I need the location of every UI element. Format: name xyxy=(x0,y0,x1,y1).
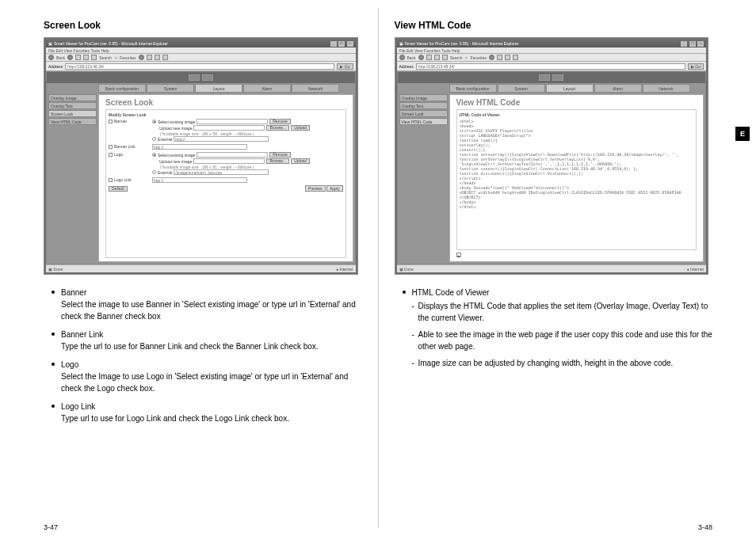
banner-external-input[interactable]: http:// xyxy=(174,136,269,142)
home-icon[interactable] xyxy=(91,55,97,60)
logo-checkbox[interactable] xyxy=(109,153,113,157)
address-input[interactable] xyxy=(65,63,334,70)
mail-icon[interactable] xyxy=(155,55,160,60)
logo-browse-button[interactable]: Browse... xyxy=(266,158,289,164)
tab-network[interactable]: Network xyxy=(643,84,690,93)
viewer-band xyxy=(398,72,706,83)
dash-item: Able to see the image in the web page if… xyxy=(412,329,713,352)
banner-checkbox[interactable] xyxy=(109,120,113,124)
close-icon[interactable]: × xyxy=(697,41,704,47)
minimize-icon[interactable]: _ xyxy=(330,41,337,47)
stop-icon[interactable] xyxy=(426,55,432,60)
tab-basic[interactable]: Basic configuration xyxy=(449,84,497,93)
forward-icon[interactable] xyxy=(418,55,424,60)
sidebar-item-overlay-text[interactable]: Overlay Text xyxy=(399,102,448,109)
window-titlebar: ▣ Smart Viewer for ProCam (ver. 0.95) - … xyxy=(397,40,707,48)
menu-bar[interactable]: File Edit View Favorites Tools Help xyxy=(46,48,356,54)
preview-button[interactable]: Preview xyxy=(305,185,326,192)
sidebar-item-view-html[interactable]: View HTML Code xyxy=(399,118,448,125)
logo-external-input[interactable]: /image/smartcam_logo.jpg xyxy=(174,169,269,175)
tab-system[interactable]: System xyxy=(147,84,194,93)
logo-upload-input[interactable] xyxy=(193,158,265,164)
panel-header: Modify Screen Look xyxy=(109,112,343,117)
window-buttons[interactable]: _ ☐ × xyxy=(330,40,353,47)
banner-radio-select[interactable] xyxy=(152,120,156,124)
tab-network[interactable]: Network xyxy=(292,84,339,93)
banner-upload-button[interactable]: Upload xyxy=(291,125,310,131)
banner-radio-external[interactable] xyxy=(152,137,156,141)
tab-alarm[interactable]: Alarm xyxy=(594,84,642,93)
stop-icon[interactable] xyxy=(75,55,81,60)
tab-system[interactable]: System xyxy=(498,84,545,93)
close-icon[interactable]: × xyxy=(347,41,353,47)
history-icon[interactable] xyxy=(497,55,502,60)
home-icon[interactable] xyxy=(442,55,448,60)
apply-button[interactable]: Apply xyxy=(326,185,343,192)
config-icon[interactable] xyxy=(552,74,563,81)
menu-bar[interactable]: File Edit View Favorites Tools Help xyxy=(397,48,707,54)
search-label[interactable]: Search xyxy=(99,55,112,60)
logo-upload-button[interactable]: Upload xyxy=(291,158,310,164)
back-icon[interactable] xyxy=(48,55,54,60)
default-button[interactable]: Default xyxy=(109,186,128,192)
logo-radio-external[interactable] xyxy=(152,170,156,174)
banner-browse-button[interactable]: Browse... xyxy=(266,125,289,131)
browser-toolbar[interactable]: Back Search ☆ Favorites xyxy=(397,54,707,62)
sidebar-item-view-html[interactable]: View HTML Code xyxy=(48,118,97,125)
side-menu: Overlay Image Overlay Text Screen Look V… xyxy=(398,93,449,264)
print-icon[interactable] xyxy=(513,55,518,60)
mail-icon[interactable] xyxy=(505,55,510,60)
back-label[interactable]: Back xyxy=(407,55,416,60)
refresh-icon[interactable] xyxy=(83,55,89,60)
tab-layout[interactable]: Layout xyxy=(195,84,242,93)
media-icon[interactable] xyxy=(139,55,144,60)
sidebar-item-screen-look[interactable]: Screen Look xyxy=(399,110,448,117)
maximize-icon[interactable]: ☐ xyxy=(338,41,345,47)
window-buttons[interactable]: _ ☐ × xyxy=(680,40,704,47)
sidebar-item-overlay-text[interactable]: Overlay Text xyxy=(48,102,97,109)
history-icon[interactable] xyxy=(147,55,152,60)
banner-select-input[interactable] xyxy=(197,119,268,124)
banner-remove-button[interactable]: Remove xyxy=(269,119,291,124)
maximize-icon[interactable]: ☐ xyxy=(689,41,696,47)
viewer-icon[interactable] xyxy=(539,74,550,81)
refresh-icon[interactable] xyxy=(434,55,440,60)
tab-alarm[interactable]: Alarm xyxy=(243,84,291,93)
banner-upload-input[interactable] xyxy=(193,125,265,131)
sidebar-item-screen-look[interactable]: Screen Look xyxy=(48,110,97,117)
go-button[interactable]: ▶ Go xyxy=(337,63,353,70)
scroll-left-icon[interactable]: ◂ xyxy=(456,253,461,257)
banner-link-input[interactable]: http:// xyxy=(152,144,247,150)
go-button[interactable]: ▶ Go xyxy=(688,63,704,70)
pane-title: View HTML Code xyxy=(456,98,697,107)
config-icon[interactable] xyxy=(202,74,213,81)
browser-toolbar[interactable]: Back Search ☆ Favorites xyxy=(46,54,356,62)
camera-icon: ▣ xyxy=(48,41,52,46)
media-icon[interactable] xyxy=(489,55,494,60)
logo-link-input[interactable]: http:// xyxy=(152,177,247,183)
minimize-icon[interactable]: _ xyxy=(681,41,687,47)
status-bar: ▣ Done ● Internet xyxy=(46,264,356,272)
tab-layout[interactable]: Layout xyxy=(546,84,594,93)
favorites-label[interactable]: Favorites xyxy=(120,55,136,60)
logo-remove-button[interactable]: Remove xyxy=(269,152,291,158)
back-icon[interactable] xyxy=(399,55,405,60)
print-icon[interactable] xyxy=(162,55,168,60)
html-code-textarea[interactable]: <html> <head> <title>SSC-SSVP3 Player</t… xyxy=(460,119,694,209)
sidebar-item-overlay-image[interactable]: Overlay Image xyxy=(48,94,97,101)
logo-select-input[interactable] xyxy=(197,152,268,158)
main-pane: Screen Look Modify Screen Look Banner Se… xyxy=(98,94,353,262)
logo-radio-select[interactable] xyxy=(152,153,156,157)
favorites-label[interactable]: Favorites xyxy=(470,55,487,60)
back-label[interactable]: Back xyxy=(56,55,65,60)
logo-link-checkbox[interactable] xyxy=(109,178,113,182)
address-input[interactable] xyxy=(416,63,685,70)
search-label[interactable]: Search xyxy=(450,55,463,60)
forward-icon[interactable] xyxy=(67,55,73,60)
viewer-icon[interactable] xyxy=(189,74,200,81)
sidebar-item-overlay-image[interactable]: Overlay Image xyxy=(399,94,448,101)
tab-basic[interactable]: Basic configuration xyxy=(98,84,146,93)
address-label: Address xyxy=(399,64,414,69)
pane-title: Screen Look xyxy=(105,98,346,107)
banner-link-checkbox[interactable] xyxy=(109,145,113,149)
